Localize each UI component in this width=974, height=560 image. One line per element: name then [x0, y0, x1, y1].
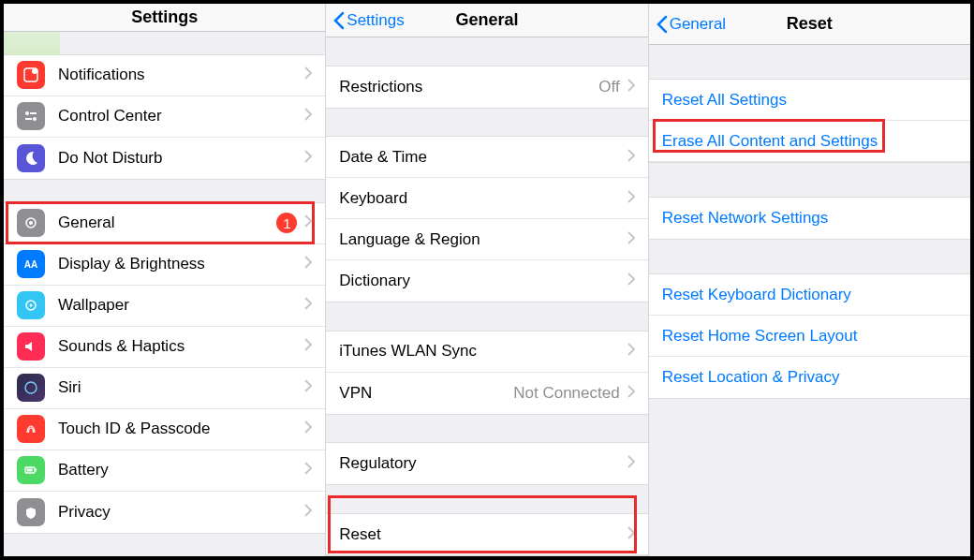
chevron-right-icon	[304, 66, 312, 83]
row-reset-keyboard[interactable]: Reset Keyboard Dictionary	[649, 274, 970, 316]
row-sounds[interactable]: Sounds & Haptics	[4, 327, 325, 368]
row-wallpaper[interactable]: Wallpaper	[4, 286, 325, 327]
row-label: Siri	[58, 378, 304, 397]
spacer	[4, 32, 325, 54]
row-touchid[interactable]: Touch ID & Passcode	[4, 409, 325, 450]
row-value: Not Connected	[513, 384, 619, 403]
spacer	[649, 45, 970, 79]
spacer	[326, 109, 647, 137]
row-restrictions[interactable]: Restrictions Off	[326, 66, 647, 108]
reset-column: General Reset Reset All Settings Erase A…	[649, 4, 970, 556]
chevron-right-icon	[627, 455, 635, 472]
svg-point-1	[32, 68, 37, 74]
row-label: Dictionary	[339, 272, 627, 290]
general-group-2: Date & Time Keyboard Language & Region D…	[326, 136, 647, 302]
back-label: Settings	[347, 11, 404, 30]
battery-icon	[17, 456, 45, 484]
row-label: Keyboard	[339, 189, 627, 208]
reset-navbar: General Reset	[649, 4, 970, 45]
row-battery[interactable]: Battery	[4, 450, 325, 492]
row-siri[interactable]: Siri	[4, 368, 325, 409]
general-group-4: Regulatory	[326, 442, 647, 485]
back-to-settings[interactable]: Settings	[333, 11, 404, 30]
chevron-right-icon	[627, 149, 635, 166]
chevron-right-icon	[304, 462, 312, 479]
row-control-center[interactable]: Control Center	[4, 96, 325, 138]
row-label: Date & Time	[339, 148, 627, 167]
chevron-right-icon	[304, 420, 312, 437]
chevron-left-icon	[657, 15, 668, 34]
row-reset-all-settings[interactable]: Reset All Settings	[649, 80, 970, 121]
row-general[interactable]: General 1	[4, 203, 325, 244]
settings-column: Settings Notifications Control Center Do…	[4, 4, 326, 556]
chevron-right-icon	[627, 79, 635, 96]
svg-point-11	[25, 382, 37, 393]
chevron-right-icon	[304, 504, 312, 521]
chevron-right-icon	[304, 108, 312, 125]
spacer	[326, 37, 647, 66]
chevron-left-icon	[333, 11, 345, 30]
row-vpn[interactable]: VPN Not Connected	[326, 373, 647, 414]
row-erase-all[interactable]: Erase All Content and Settings	[649, 121, 970, 162]
svg-rect-3	[30, 112, 37, 114]
sounds-icon	[17, 332, 45, 361]
spacer	[4, 180, 325, 202]
notifications-icon	[17, 61, 45, 89]
row-label: Regulatory	[339, 454, 627, 473]
row-reset[interactable]: Reset	[326, 514, 647, 555]
chevron-right-icon	[627, 273, 635, 289]
row-itunes-wlan[interactable]: iTunes WLAN Sync	[326, 332, 647, 373]
chevron-right-icon	[627, 231, 635, 248]
chevron-right-icon	[304, 338, 312, 355]
general-navbar: Settings General	[326, 4, 647, 37]
row-notifications[interactable]: Notifications	[4, 55, 325, 96]
row-label: Battery	[58, 461, 304, 479]
settings-title: Settings	[4, 7, 325, 27]
control-center-icon	[17, 102, 45, 130]
row-label: Display & Brightness	[58, 255, 304, 273]
svg-rect-14	[27, 469, 33, 472]
back-to-general[interactable]: General	[657, 15, 726, 34]
row-label: Sounds & Haptics	[58, 337, 304, 356]
row-label: Do Not Disturb	[58, 149, 304, 168]
row-label: Control Center	[58, 107, 304, 125]
row-label: Wallpaper	[58, 296, 304, 315]
row-dictionary[interactable]: Dictionary	[326, 260, 647, 302]
row-label: Language & Region	[339, 230, 627, 249]
svg-point-10	[30, 304, 33, 307]
svg-rect-13	[36, 469, 37, 472]
gear-icon	[17, 209, 45, 237]
row-label: Restrictions	[339, 78, 598, 96]
row-dnd[interactable]: Do Not Disturb	[4, 138, 325, 179]
row-regulatory[interactable]: Regulatory	[326, 443, 647, 484]
row-language-region[interactable]: Language & Region	[326, 219, 647, 260]
row-label: Reset Location & Privacy	[662, 368, 957, 387]
spacer	[326, 485, 647, 513]
row-privacy[interactable]: Privacy	[4, 492, 325, 533]
svg-point-4	[33, 117, 37, 121]
spacer	[4, 534, 325, 556]
row-reset-home[interactable]: Reset Home Screen Layout	[649, 316, 970, 357]
siri-icon	[17, 374, 45, 402]
row-label: Reset	[339, 525, 627, 544]
row-reset-location[interactable]: Reset Location & Privacy	[649, 357, 970, 398]
settings-navbar: Settings	[4, 4, 325, 32]
spacer	[326, 415, 647, 443]
row-reset-network[interactable]: Reset Network Settings	[649, 198, 970, 239]
chevron-right-icon	[627, 526, 635, 543]
row-keyboard[interactable]: Keyboard	[326, 178, 647, 219]
row-label: Notifications	[58, 66, 304, 84]
row-label: Erase All Content and Settings	[662, 132, 957, 151]
general-column: Settings General Restrictions Off Date &…	[326, 4, 648, 556]
row-display[interactable]: AA Display & Brightness	[4, 244, 325, 286]
svg-rect-5	[25, 118, 32, 120]
general-group-1: Restrictions Off	[326, 66, 647, 109]
chevron-right-icon	[304, 150, 312, 167]
touchid-icon	[17, 415, 45, 443]
row-label: General	[58, 214, 276, 232]
row-date-time[interactable]: Date & Time	[326, 137, 647, 178]
wallpaper-icon	[17, 291, 45, 319]
dnd-icon	[17, 144, 45, 172]
chevron-right-icon	[304, 379, 312, 396]
three-panel-frame: Settings Notifications Control Center Do…	[0, 0, 974, 560]
